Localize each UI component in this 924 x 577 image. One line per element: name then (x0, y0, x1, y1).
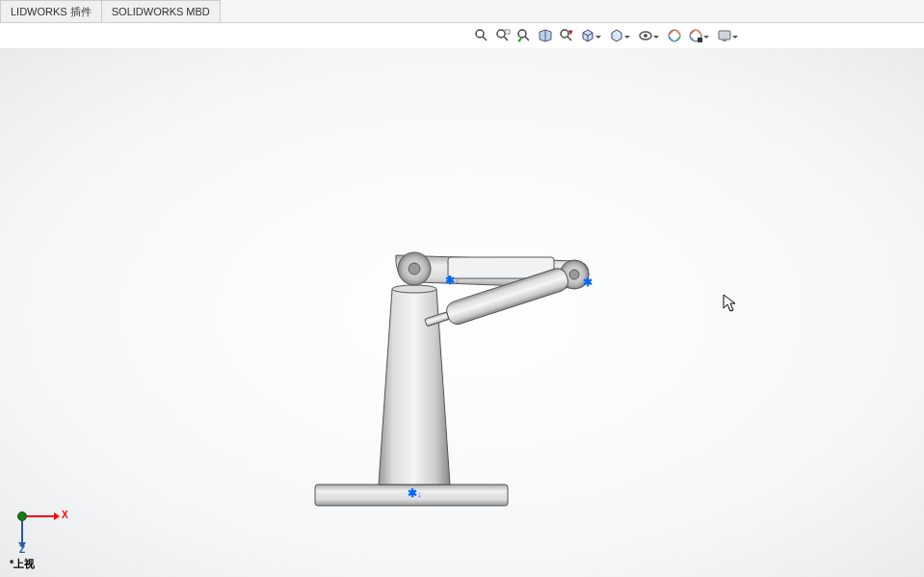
svg-point-22 (569, 270, 579, 279)
svg-point-20 (409, 263, 420, 275)
orientation-triad[interactable]: X Z (17, 490, 66, 538)
heads-up-view-toolbar (0, 23, 924, 48)
model-robot-arm[interactable] (304, 236, 650, 515)
tab-label: SOLIDWORKS MBD (112, 6, 210, 17)
section-view-icon[interactable] (536, 26, 555, 45)
svg-point-7 (561, 30, 568, 38)
svg-line-1 (483, 37, 487, 40)
cursor-icon (723, 294, 738, 313)
mate-marker: ✱ (583, 275, 593, 289)
dynamic-annotation-icon[interactable] (557, 26, 576, 45)
hide-show-icon[interactable] (636, 26, 655, 45)
mate-marker: ✱↓ (445, 274, 460, 287)
tab-label: LIDWORKS 插件 (11, 5, 92, 19)
command-tab-bar: LIDWORKS 插件 SOLIDWORKS MBD (0, 0, 924, 23)
svg-rect-4 (505, 30, 510, 34)
svg-line-3 (504, 37, 508, 40)
axis-x-icon (27, 515, 54, 517)
svg-rect-14 (719, 31, 730, 39)
axis-x-label: X (62, 510, 68, 520)
previous-view-icon[interactable] (515, 26, 534, 45)
edit-appearance-icon[interactable] (665, 26, 684, 45)
view-name-label: *上视 (10, 557, 35, 571)
tab-solidworks-addin[interactable]: LIDWORKS 插件 (0, 0, 102, 22)
svg-rect-13 (698, 38, 702, 42)
svg-line-8 (568, 37, 571, 40)
svg-point-10 (644, 34, 647, 38)
view-orientation-icon[interactable] (578, 26, 597, 45)
zoom-to-area-icon[interactable] (493, 26, 513, 45)
mate-marker: ✱↓ (408, 486, 422, 500)
triad-origin (17, 511, 27, 521)
svg-rect-15 (723, 39, 726, 41)
axis-z-label: Z (19, 544, 25, 555)
axis-z-icon (21, 521, 23, 542)
apply-scene-icon[interactable] (686, 26, 705, 45)
view-settings-icon[interactable] (715, 26, 734, 45)
display-style-icon[interactable] (607, 26, 626, 45)
svg-point-17 (392, 285, 436, 293)
svg-point-5 (518, 30, 526, 38)
svg-line-6 (525, 37, 529, 40)
tab-solidworks-mbd[interactable]: SOLIDWORKS MBD (101, 0, 221, 22)
svg-point-0 (476, 30, 484, 38)
svg-point-2 (497, 30, 505, 38)
graphics-viewport[interactable]: ✱↓ ✱ ✱↓ X Z *上视 (0, 48, 924, 577)
zoom-to-fit-icon[interactable] (472, 26, 491, 45)
